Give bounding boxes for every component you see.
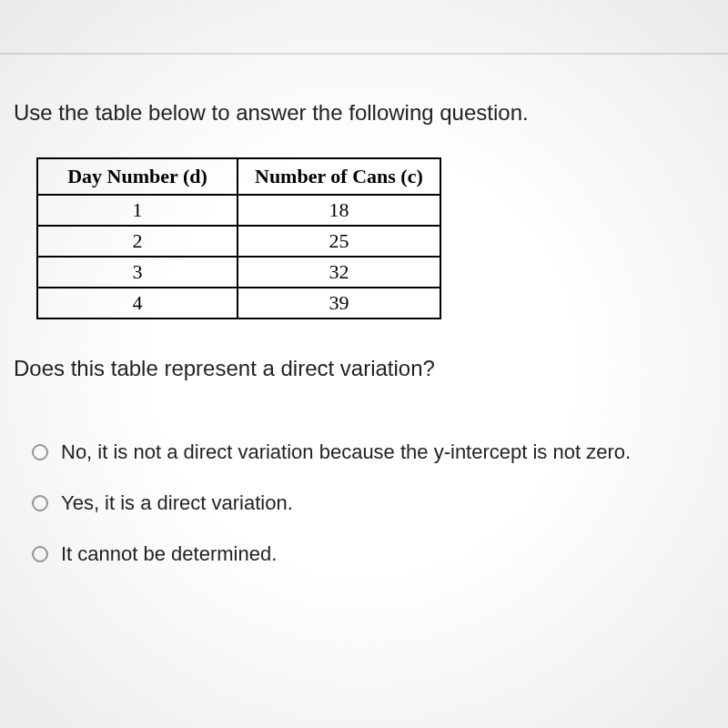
table-header-row: Day Number (d) Number of Cans (c) — [37, 158, 440, 195]
option-label: It cannot be determined. — [61, 542, 277, 566]
radio-icon[interactable] — [32, 444, 48, 460]
options-group: No, it is not a direct variation because… — [14, 440, 714, 566]
table-header-day: Day Number (d) — [37, 158, 238, 195]
table-cell: 4 — [37, 288, 238, 318]
option-row-3[interactable]: It cannot be determined. — [32, 542, 714, 566]
radio-icon[interactable] — [32, 495, 48, 511]
question-text: Does this table represent a direct varia… — [14, 356, 714, 381]
table-row: 1 18 — [37, 195, 440, 226]
table-row: 4 39 — [37, 288, 440, 318]
table-cell: 1 — [37, 195, 238, 226]
instruction-text: Use the table below to answer the follow… — [14, 100, 714, 126]
data-table: Day Number (d) Number of Cans (c) 1 18 2… — [36, 157, 441, 319]
content-area: Use the table below to answer the follow… — [0, 55, 728, 621]
option-row-2[interactable]: Yes, it is a direct variation. — [32, 491, 714, 515]
table-cell: 2 — [37, 226, 238, 257]
option-label: Yes, it is a direct variation. — [61, 491, 293, 515]
table-row: 2 25 — [37, 226, 440, 257]
table-cell: 25 — [238, 226, 440, 257]
table-cell: 32 — [238, 257, 440, 288]
table-cell: 18 — [238, 195, 440, 226]
option-row-1[interactable]: No, it is not a direct variation because… — [32, 440, 714, 464]
top-border-section — [0, 0, 728, 55]
option-label: No, it is not a direct variation because… — [61, 440, 631, 464]
radio-icon[interactable] — [32, 546, 48, 562]
table-header-cans: Number of Cans (c) — [238, 158, 440, 195]
table-cell: 3 — [37, 257, 238, 288]
table-cell: 39 — [238, 288, 440, 318]
table-row: 3 32 — [37, 257, 440, 288]
page-container: Use the table below to answer the follow… — [0, 0, 728, 728]
